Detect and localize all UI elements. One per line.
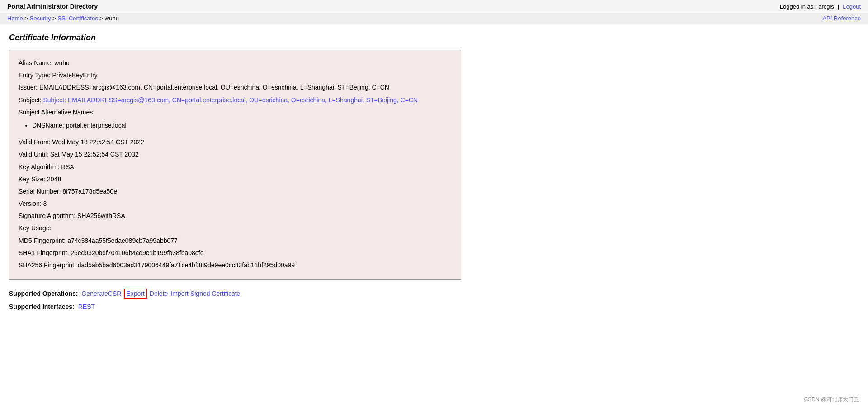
header-bar: Portal Administrator Directory Logged in… [0,0,868,13]
cert-subject-prefix: Subject: [19,96,43,104]
cert-subject-alt-names-label: Subject Alternative Names: [19,107,452,118]
logout-link[interactable]: Logout [843,3,861,10]
page-title: Certificate Information [9,33,859,43]
breadcrumb: Home > Security > SSLCertificates > wuhu [7,15,119,22]
cert-version: Version: 3 [19,198,452,209]
cert-sha256-fingerprint: SHA256 Fingerprint: dad5ab5bad6003ad3179… [19,260,452,271]
cert-subject-alt-names-list: DNSName: portal.enterprise.local [32,120,452,131]
api-reference-link[interactable]: API Reference [822,15,861,22]
cert-signature-algorithm: Signature Algorithm: SHA256withRSA [19,210,452,222]
cert-issuer: Issuer: EMAILADDRESS=arcgis@163.com, CN=… [19,82,452,93]
cert-valid-until: Valid Until: Sat May 15 22:52:54 CST 203… [19,149,452,160]
export-link[interactable]: Export [124,289,146,299]
separator: | [838,3,839,10]
cert-dns-name: DNSName: portal.enterprise.local [32,120,452,131]
cert-md5-fingerprint: MD5 Fingerprint: a74c384aa55f5edae089cb7… [19,235,452,247]
cert-info-box: Alias Name: wuhu Entry Type: PrivateKeyE… [9,50,461,280]
cert-serial-number: Serial Number: 8f757a178d5ea50e [19,186,452,197]
breadcrumb-security[interactable]: Security [30,15,51,22]
breadcrumb-sep2: > [52,15,57,22]
cert-valid-from: Valid From: Wed May 18 22:52:54 CST 2022 [19,137,452,148]
cert-key-usage: Key Usage: [19,223,452,234]
breadcrumb-ssl[interactable]: SSLCertificates [57,15,98,22]
cert-alias-name: Alias Name: wuhu [19,57,452,69]
interfaces-row: Supported Interfaces: REST [9,303,859,310]
cert-key-algorithm: Key Algorithm: RSA [19,161,452,173]
logged-in-text: Logged in as : arcgis [780,3,834,10]
cert-key-size: Key Size: 2048 [19,174,452,185]
main-content: Certificate Information Alias Name: wuhu… [0,24,868,319]
cert-sha1-fingerprint: SHA1 Fingerprint: 26ed9320bdf704106b4cd9… [19,247,452,259]
operations-label: Supported Operations: [9,290,78,297]
cert-subject-value: Subject: EMAILADDRESS=arcgis@163.com, CN… [43,96,418,104]
rest-link[interactable]: REST [78,303,95,310]
breadcrumb-sep3: > [100,15,105,22]
operations-row: Supported Operations: GenerateCSR Export… [9,289,859,299]
header-title: Portal Administrator Directory [7,3,98,10]
import-signed-link[interactable]: Import Signed Certificate [170,290,240,297]
delete-link[interactable]: Delete [150,290,168,297]
interfaces-label: Supported Interfaces: [9,303,75,310]
api-reference: API Reference [822,15,861,22]
header-right: Logged in as : arcgis | Logout [780,3,861,10]
cert-subject: Subject: Subject: EMAILADDRESS=arcgis@16… [19,95,452,106]
breadcrumb-home[interactable]: Home [7,15,23,22]
breadcrumb-current: wuhu [105,15,119,22]
breadcrumb-bar: Home > Security > SSLCertificates > wuhu… [0,13,868,24]
generate-csr-link[interactable]: GenerateCSR [81,290,121,297]
cert-entry-type: Entry Type: PrivateKeyEntry [19,70,452,81]
breadcrumb-sep1: > [24,15,29,22]
